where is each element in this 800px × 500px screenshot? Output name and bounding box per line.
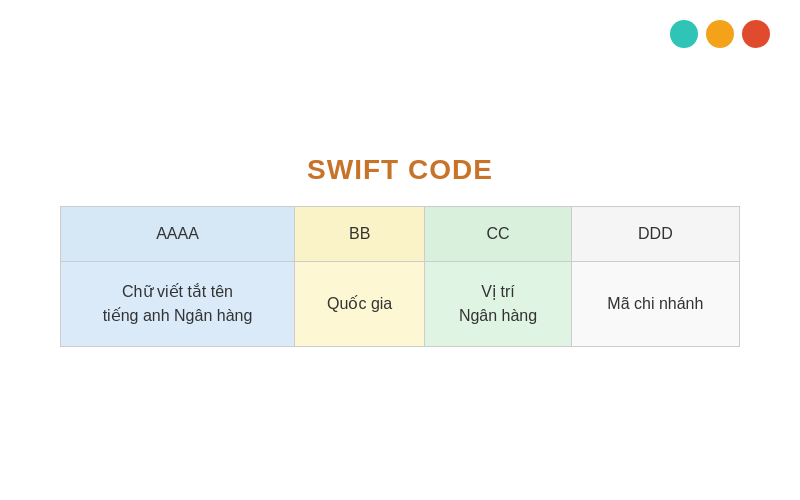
desc-ddd: Mã chi nhánh xyxy=(571,261,739,346)
header-ddd: DDD xyxy=(571,206,739,261)
desc-bb: Quốc gia xyxy=(295,261,425,346)
main-content: SWIFT CODE AAAA BB CC DDD Chữ viết tắt t… xyxy=(0,0,800,500)
desc-aaaa: Chữ viết tắt têntiếng anh Ngân hàng xyxy=(61,261,295,346)
table-body-row: Chữ viết tắt têntiếng anh Ngân hàng Quốc… xyxy=(61,261,740,346)
orange-dot xyxy=(706,20,734,48)
header-bb: BB xyxy=(295,206,425,261)
table-header-row: AAAA BB CC DDD xyxy=(61,206,740,261)
swift-table: AAAA BB CC DDD Chữ viết tắt têntiếng anh… xyxy=(60,206,740,347)
page-title: SWIFT CODE xyxy=(307,154,493,186)
header-aaaa: AAAA xyxy=(61,206,295,261)
teal-dot xyxy=(670,20,698,48)
dots-decoration xyxy=(670,20,770,48)
header-cc: CC xyxy=(425,206,571,261)
red-dot xyxy=(742,20,770,48)
desc-cc: Vị tríNgân hàng xyxy=(425,261,571,346)
